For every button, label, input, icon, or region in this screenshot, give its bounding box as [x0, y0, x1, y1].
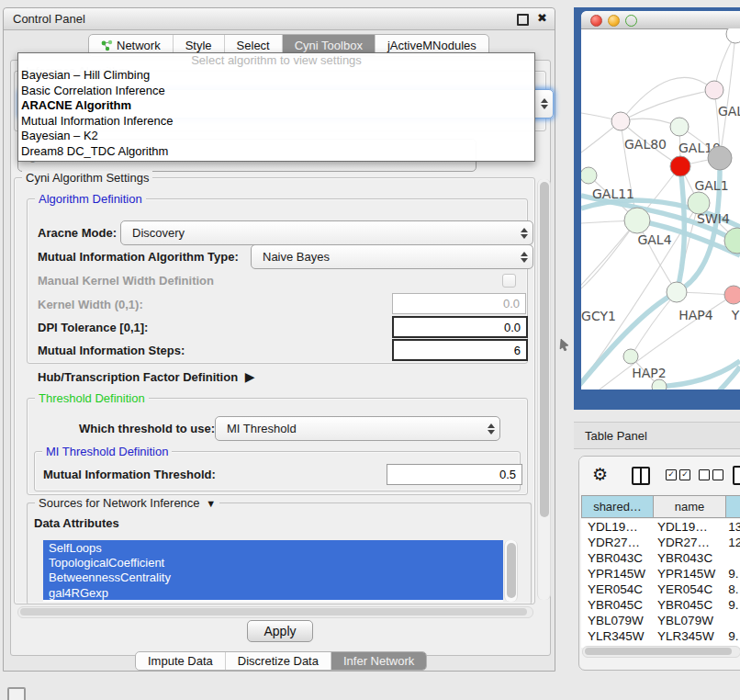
kernel-width-label: Kernel Width (0,1): — [38, 298, 143, 311]
attribute-item[interactable]: BetweennessCentrality — [43, 570, 503, 585]
manual-kernel-checkbox[interactable] — [502, 274, 516, 288]
network-node-gal10[interactable] — [670, 118, 689, 136]
kernel-width-value: 0.0 — [503, 297, 520, 310]
float-icon[interactable] — [517, 14, 529, 26]
control-panel-titlebar[interactable]: Control Panel ✖ — [4, 8, 555, 30]
algorithm-definition-title: Algorithm Definition — [35, 192, 146, 206]
aracne-mode-combo[interactable]: Discovery — [120, 220, 533, 245]
table-panel-box: ⚙ ✓✓ shared…name YDL19…YDL19…13YDR27…YDR… — [578, 456, 740, 671]
table-row[interactable]: YBL079WYBL079W — [581, 613, 740, 628]
table-row[interactable]: YPR145WYPR145W9. — [581, 566, 740, 581]
hub-definition-toggle[interactable]: Hub/Transcription Factor Definition ▶ — [38, 369, 254, 384]
network-node-hap2[interactable] — [623, 349, 638, 364]
bottom-tab-infer-network[interactable]: Infer Network — [331, 652, 426, 670]
algorithm-option[interactable]: Bayesian – K2 — [18, 129, 534, 144]
which-threshold-value: MI Threshold — [227, 422, 297, 435]
algorithm-option[interactable]: Bayesian – Hill Climbing — [18, 68, 534, 84]
table-cell: YDL19… — [581, 520, 651, 534]
dpi-tolerance-field[interactable]: 0.0 — [392, 316, 528, 338]
settings-hscrollbar-thumb[interactable] — [20, 608, 527, 615]
table-cell: 9. — [722, 567, 740, 581]
network-node-label: Y — [731, 308, 740, 322]
network-node-label: GCY1 — [581, 309, 616, 323]
network-node-y[interactable] — [724, 286, 740, 304]
network-node-hap4[interactable] — [667, 282, 687, 302]
algorithm-list: Bayesian – Hill ClimbingBasic Correlatio… — [18, 68, 534, 159]
column-header[interactable]: name — [654, 495, 726, 518]
uncheck-all-icon[interactable] — [699, 469, 723, 480]
table-row[interactable]: YLR345WYLR345W9. — [581, 628, 740, 644]
algorithm-dropdown-popup: Select algorithm to view settings Bayesi… — [17, 52, 535, 162]
network-icon — [101, 40, 113, 51]
network-node[interactable] — [708, 146, 732, 170]
mi-algorithm-combo[interactable]: Naive Bayes — [251, 244, 533, 269]
kernel-width-field[interactable]: 0.0 — [392, 293, 526, 314]
attribute-item[interactable]: SelfLoops — [43, 540, 503, 555]
table-hscrollbar-thumb[interactable] — [585, 648, 732, 655]
data-attributes-list[interactable]: SelfLoopsTopologicalCoefficientBetweenne… — [43, 540, 503, 602]
table-row[interactable]: YDR27…YDR27…12 — [581, 535, 740, 550]
table-row[interactable]: YDL19…YDL19…13 — [581, 519, 740, 535]
gear-icon[interactable]: ⚙ — [592, 464, 608, 484]
mac-minimize-icon[interactable] — [608, 15, 620, 27]
network-node-label: HAP2 — [632, 366, 666, 380]
network-node[interactable] — [726, 28, 740, 43]
mi-algorithm-label: Mutual Information Algorithm Type: — [38, 250, 239, 264]
network-window-titlebar[interactable] — [581, 11, 740, 29]
aracne-mode-label: Aracne Mode: — [38, 226, 117, 240]
algorithm-option[interactable]: ARACNE Algorithm — [18, 98, 534, 114]
settings-vscrollbar[interactable] — [537, 179, 551, 600]
column-header[interactable]: shared… — [581, 495, 654, 518]
network-node-gal80[interactable] — [611, 112, 630, 130]
sources-title-text: Sources for Network Inference — [39, 496, 200, 510]
network-view-window: GALGAL80GAL10GAL11GAL1SWI4GAL4GCY1HAP4YH… — [581, 11, 740, 390]
mi-threshold-label: Mutual Information Threshold: — [43, 468, 216, 481]
algorithm-option[interactable]: Basic Correlation Inference — [18, 84, 534, 99]
screen: Control Panel ✖ NetworkStyleSelectCyni T… — [0, 0, 740, 700]
network-node-gal4[interactable] — [624, 208, 650, 233]
mouse-cursor-icon — [559, 338, 570, 351]
table-hscrollbar[interactable] — [582, 646, 740, 658]
network-edge[interactable] — [581, 220, 637, 296]
table-row[interactable]: YBR045CYBR045C9. — [581, 597, 740, 613]
attribute-item[interactable]: gal4RGexp — [43, 585, 503, 600]
control-panel-window: Control Panel ✖ NetworkStyleSelectCyni T… — [3, 7, 555, 672]
table-body: YDL19…YDL19…13YDR27…YDR27…12YBR043CYBR04… — [581, 519, 740, 648]
mi-threshold-field[interactable]: 0.5 — [387, 464, 522, 485]
column-header[interactable] — [726, 495, 740, 518]
sources-group-title: Sources for Network Inference ▼ — [35, 496, 219, 510]
mi-steps-field[interactable]: 6 — [392, 339, 528, 361]
attributes-vscrollbar[interactable] — [504, 540, 518, 602]
network-node[interactable] — [670, 156, 690, 176]
network-edge[interactable] — [720, 34, 735, 158]
collapsed-panel-icon[interactable] — [7, 687, 26, 700]
table-panel-titlebar[interactable]: Table Panel — [574, 422, 740, 449]
attributes-vscrollbar-thumb[interactable] — [507, 543, 516, 598]
bottom-tab-discretize-data[interactable]: Discretize Data — [226, 652, 331, 670]
tab-label: Select — [237, 39, 270, 52]
network-edge[interactable] — [621, 90, 714, 121]
attribute-item[interactable]: TopologicalCoefficient — [43, 555, 503, 570]
network-canvas[interactable]: GALGAL80GAL10GAL11GAL1SWI4GAL4GCY1HAP4YH… — [581, 28, 740, 390]
table-cell: YBR043C — [581, 551, 651, 565]
mac-close-icon[interactable] — [590, 15, 602, 27]
collapse-down-icon[interactable]: ▼ — [203, 498, 216, 509]
network-node-gal11[interactable] — [581, 167, 597, 184]
network-node[interactable] — [652, 379, 667, 390]
algorithm-option[interactable]: Mutual Information Inference — [18, 114, 534, 130]
table-row[interactable]: YER054CYER054C8. — [581, 581, 740, 597]
apply-button[interactable]: Apply — [247, 620, 313, 642]
mac-zoom-icon[interactable] — [625, 15, 637, 27]
which-threshold-combo[interactable]: MI Threshold — [215, 416, 500, 441]
table-row[interactable]: YBR043CYBR043C — [581, 550, 740, 566]
split-columns-icon[interactable] — [632, 467, 650, 485]
settings-hscrollbar[interactable] — [17, 606, 533, 618]
page-icon[interactable] — [733, 466, 740, 485]
algorithm-option[interactable]: Dream8 DC_TDC Algorithm — [18, 144, 534, 160]
settings-vscrollbar-thumb[interactable] — [540, 182, 549, 517]
table-cell: YLR345W — [651, 629, 722, 643]
network-node-gal[interactable] — [705, 81, 723, 99]
check-all-icon[interactable]: ✓✓ — [666, 469, 690, 480]
close-icon[interactable]: ✖ — [537, 11, 547, 25]
bottom-tab-impute-data[interactable]: Impute Data — [136, 652, 226, 670]
